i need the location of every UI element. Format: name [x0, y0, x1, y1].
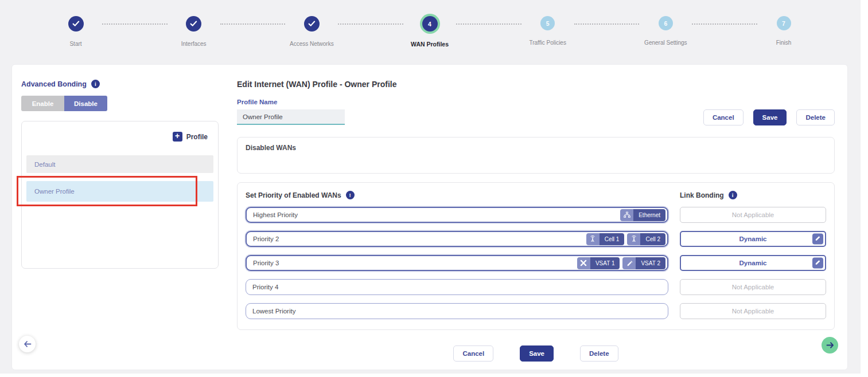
wan-tag-cell-2[interactable]: Cell 2	[627, 233, 665, 245]
link-bonding-field[interactable]: Dynamic	[680, 255, 826, 271]
stepper-step-wan-profiles[interactable]: 4 WAN Profiles	[403, 16, 456, 48]
step-label: Interfaces	[181, 41, 207, 47]
priority-row: Lowest Priority Not Applicable	[246, 303, 826, 319]
step-label: Finish	[776, 40, 792, 46]
cancel-button[interactable]: Cancel	[453, 345, 493, 362]
priority-row: Priority 4 Not Applicable	[246, 279, 826, 295]
arrow-right-icon	[826, 342, 834, 348]
stepper-step-start[interactable]: Start	[49, 16, 102, 47]
link-bonding-field: Not Applicable	[680, 279, 826, 295]
step-label: WAN Profiles	[411, 41, 449, 48]
link-bonding-value: Not Applicable	[732, 284, 774, 290]
wan-tag-label: VSAT 2	[636, 257, 665, 269]
step-circle: 4	[422, 16, 438, 32]
step-circle: 7	[777, 16, 791, 30]
profile-name-row: Cancel Save Delete	[237, 109, 835, 125]
add-profile-label: Profile	[186, 133, 208, 141]
disabled-wans-label: Disabled WANs	[246, 144, 296, 152]
save-button[interactable]: Save	[753, 109, 787, 125]
wan-profiles-wizard-page: Start Interfaces Access Networks 4 WAN P…	[0, 0, 861, 374]
priority-slot-label: Priority 4	[252, 284, 278, 290]
profile-name-input[interactable]	[237, 109, 345, 125]
pencil-icon	[815, 260, 821, 267]
step-label: Start	[69, 41, 81, 47]
delete-button[interactable]: Delete	[796, 109, 835, 125]
stepper-step-traffic-policies[interactable]: 5 Traffic Policies	[521, 16, 574, 46]
priority-section-title: Set Priority of Enabled WANs !	[246, 191, 668, 199]
priority-slot[interactable]: Priority 3 VSAT 1VSAT 2	[246, 255, 668, 271]
disabled-wans-card: Disabled WANs	[237, 137, 835, 174]
plus-icon: +	[173, 132, 182, 142]
cancel-button[interactable]: Cancel	[703, 109, 744, 125]
edit-bonding-button[interactable]	[812, 234, 823, 245]
wan-tag-ethernet[interactable]: Ethernet	[620, 209, 665, 221]
disable-toggle-button[interactable]: Disable	[64, 96, 107, 111]
link-bonding-field: Not Applicable	[680, 303, 826, 319]
back-button[interactable]	[19, 336, 36, 352]
stepper-step-finish[interactable]: 7 Finish	[757, 16, 810, 46]
stepper-step-access-networks[interactable]: Access Networks	[285, 16, 338, 47]
vsat-x-icon	[577, 257, 590, 269]
priority-card-header: Set Priority of Enabled WANs ! Link Bond…	[246, 191, 826, 199]
page-title: Edit Internet (WAN) Profile - Owner Prof…	[237, 80, 835, 89]
stepper-step-interfaces[interactable]: Interfaces	[168, 16, 220, 47]
wan-tag-vsat-1[interactable]: VSAT 1	[577, 257, 620, 269]
profile-name-label: Profile Name	[237, 99, 835, 105]
wan-tag-cell-1[interactable]: Cell 1	[586, 233, 625, 245]
link-bonding-value: Dynamic	[739, 260, 767, 266]
stepper-connector	[574, 23, 640, 25]
priority-slot[interactable]: Lowest Priority	[246, 303, 668, 319]
next-button[interactable]	[822, 337, 838, 354]
wan-tag-vsat-2[interactable]: VSAT 2	[622, 257, 665, 269]
link-bonding-value: Not Applicable	[732, 211, 774, 218]
profile-list: Default Owner Profile	[22, 155, 218, 202]
link-bonding-field[interactable]: Dynamic	[680, 231, 826, 247]
check-icon	[186, 16, 201, 32]
pencil-icon	[815, 235, 821, 243]
satellite-dish-icon	[622, 257, 636, 269]
link-bonding-title: Link Bonding i	[680, 191, 826, 199]
step-label: General Settings	[644, 40, 687, 46]
link-bonding-label: Link Bonding	[680, 191, 724, 199]
enable-toggle-button[interactable]: Enable	[21, 96, 64, 111]
stepper-step-general-settings[interactable]: 6 General Settings	[639, 16, 692, 46]
stepper-connector	[102, 23, 168, 25]
cell-signal-icon	[627, 233, 640, 245]
info-icon[interactable]: i	[729, 191, 737, 199]
bottom-actions: Cancel Save Delete	[237, 345, 835, 362]
priority-rows: Highest Priority Ethernet Not Applicable…	[246, 207, 826, 319]
profile-name: Owner Profile	[34, 188, 75, 195]
cell-signal-icon	[586, 233, 600, 245]
priority-slot[interactable]: Highest Priority Ethernet	[246, 207, 668, 223]
priority-slot-label: Priority 3	[253, 260, 279, 266]
check-icon	[68, 16, 84, 32]
priority-slot[interactable]: Priority 4	[246, 279, 668, 295]
priority-row: Priority 2 Cell 1Cell 2 Dynamic	[246, 231, 826, 247]
add-profile-button[interactable]: + Profile	[22, 132, 218, 142]
priority-slot-label: Priority 2	[253, 235, 279, 242]
step-label: Traffic Policies	[529, 40, 566, 46]
stepper-connector	[692, 23, 757, 25]
warning-icon[interactable]: !	[346, 191, 355, 199]
info-icon[interactable]: i	[91, 80, 100, 88]
step-circle: 5	[540, 16, 555, 30]
stepper-connector	[456, 23, 521, 25]
save-button[interactable]: Save	[520, 345, 554, 362]
check-icon	[304, 16, 320, 32]
wan-tag-label: Ethernet	[633, 209, 665, 221]
wan-tag-label: Cell 1	[600, 233, 625, 245]
stepper-connector	[338, 23, 403, 25]
priority-row: Priority 3 VSAT 1VSAT 2 Dynamic	[246, 255, 826, 271]
delete-button[interactable]: Delete	[580, 345, 618, 362]
advanced-bonding-heading: Advanced Bonding i	[19, 80, 219, 88]
profile-list-item-default[interactable]: Default	[26, 155, 213, 173]
link-bonding-value: Not Applicable	[732, 308, 774, 315]
main-panel: Edit Internet (WAN) Profile - Owner Prof…	[237, 80, 835, 370]
step-circle: 6	[659, 16, 673, 30]
profile-list-item-owner-profile[interactable]: Owner Profile	[26, 181, 213, 202]
wan-tags: VSAT 1VSAT 2	[577, 257, 665, 269]
priority-slot-label: Lowest Priority	[252, 308, 295, 315]
edit-bonding-button[interactable]	[812, 258, 823, 269]
priority-slot[interactable]: Priority 2 Cell 1Cell 2	[246, 231, 668, 247]
step-label: Access Networks	[290, 41, 334, 47]
